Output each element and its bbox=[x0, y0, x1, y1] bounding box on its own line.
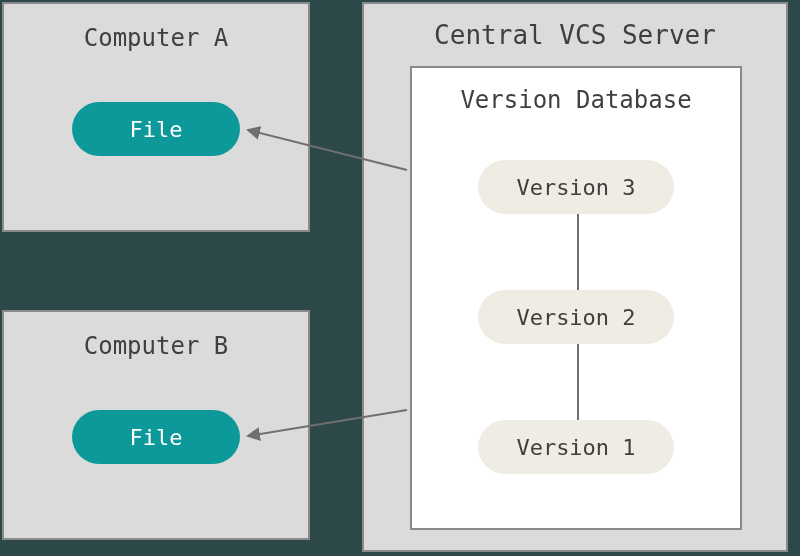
diagram-canvas: Computer A File Computer B File Central … bbox=[0, 0, 800, 556]
computer-b-title: Computer B bbox=[4, 332, 308, 360]
computer-a-file-label: File bbox=[130, 117, 183, 142]
computer-b-file-pill: File bbox=[72, 410, 240, 464]
version-database-box: Version Database Version 3 Version 2 Ver… bbox=[410, 66, 742, 530]
version-connector-icon bbox=[412, 68, 740, 528]
server-title: Central VCS Server bbox=[364, 20, 786, 50]
computer-a-file-pill: File bbox=[72, 102, 240, 156]
computer-a-box: Computer A File bbox=[2, 2, 310, 232]
computer-a-title: Computer A bbox=[4, 24, 308, 52]
server-box: Central VCS Server Version Database Vers… bbox=[362, 2, 788, 552]
computer-b-box: Computer B File bbox=[2, 310, 310, 540]
computer-b-file-label: File bbox=[130, 425, 183, 450]
